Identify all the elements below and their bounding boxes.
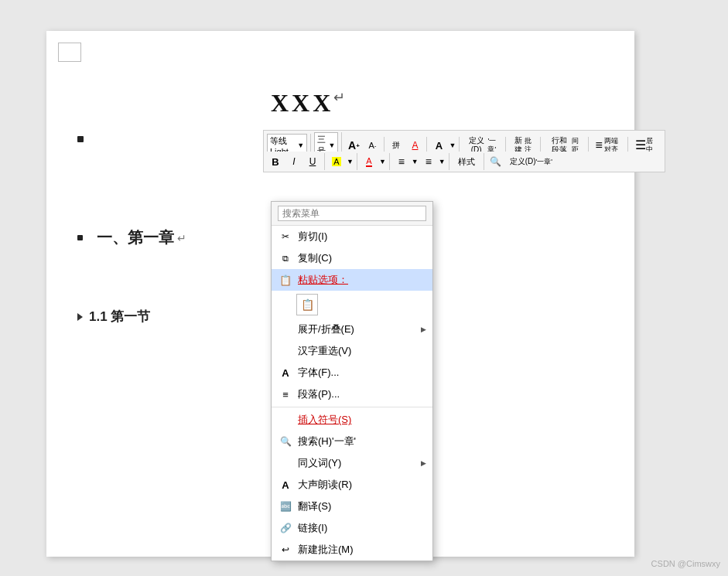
expand-label: 展开/折叠(E) [298,322,425,336]
find-button[interactable]: 🔍 [487,153,504,170]
chevron-down-icon: ▼ [297,141,304,149]
hanzi-icon [279,345,292,357]
chevron-down-icon-6[interactable]: ▼ [412,158,419,165]
numbered-list-button[interactable]: ≡ [420,153,437,170]
font-color-group2: A ▼ [361,153,390,170]
expand-menu-item[interactable]: 展开/折叠(E) [272,319,432,340]
bullet-arrow [77,313,83,321]
separator-1 [272,407,432,407]
search-label: 搜索(H)'一章' [298,435,425,448]
insert-symbol-label: 插入符号(S) [298,413,425,427]
insert-symbol-menu-item[interactable]: 插入符号(S) [272,409,432,431]
bullet-dot [77,136,84,142]
new-comment-menu-item[interactable]: ↩ 新建批注(M) [272,539,432,561]
paste-keep-source-button[interactable]: 📋 [296,294,318,315]
translate-menu-item[interactable]: 🔤 翻译(S) [272,496,432,517]
list-group: ≡ ▼ ≡ ▼ [393,153,449,170]
bold-button[interactable]: B [267,153,284,170]
document-background: XXX↵ 一、第一章 ↵ 1.1 第一节 等线 Light ▼ [0,0,728,576]
highlight-group: A ▼ [328,153,357,170]
copy-icon: ⧉ [279,252,292,264]
read-aloud-menu-item[interactable]: A 大声朗读(R) [272,474,432,496]
define-button-2[interactable]: 定义(D) '一章' [506,153,556,170]
highlight-button[interactable]: A [328,153,345,170]
style-group: 样式 [453,153,484,170]
copy-label: 复制(C) [298,251,425,265]
new-comment-icon: ↩ [279,544,292,556]
synonym-menu-item[interactable]: 同义词(Y) [272,452,432,474]
search-menu-item[interactable]: 🔍 搜索(H)'一章' [272,431,432,452]
context-menu: ✂ 剪切(I) ⧉ 复制(C) 📋 粘贴选项： 📋 展开/折叠(E) 汉字重选( [271,201,433,561]
bullet-dot-2 [77,235,83,240]
synonym-label: 同义词(Y) [298,456,425,470]
find-group: 🔍 定义(D) '一章' [487,153,559,170]
bullet-item-2: 一、第一章 ↵ [77,227,186,248]
font-label: 字体(F)... [298,366,425,380]
paste-icon: 📋 [279,274,292,286]
chevron-down-icon-4[interactable]: ▼ [347,158,354,165]
copy-menu-item[interactable]: ⧉ 复制(C) [272,247,432,269]
underline-button[interactable]: U [304,153,321,170]
toolbar-row2: B I U A ▼ A ▼ ≡ ▼ ≡ ▼ 样式 🔍 定义( [263,152,665,172]
chevron-down-icon-5[interactable]: ▼ [379,158,386,165]
link-label: 链接(I) [298,521,425,535]
chevron-down-icon-7[interactable]: ▼ [439,158,446,165]
return-symbol: ↵ [333,90,348,105]
styles-button[interactable]: 样式 [453,153,480,170]
xxx-heading: XXX↵ [271,89,348,118]
hanzi-menu-item[interactable]: 汉字重选(V) [272,340,432,362]
new-comment-label: 新建批注(M) [298,543,425,557]
chevron-down-icon-2: ▼ [329,141,336,149]
read-aloud-icon: A [279,479,292,491]
cut-icon: ✂ [279,230,292,243]
link-menu-item[interactable]: 🔗 链接(I) [272,517,432,539]
translate-icon: 🔤 [279,500,292,513]
paste-options-menu-item[interactable]: 📋 粘贴选项： [272,269,432,291]
return-mark-1: ↵ [177,232,186,244]
cut-label: 剪切(I) [298,230,425,244]
paste-icon-row: 📋 [272,291,432,319]
text-format-group: B I U [267,153,325,170]
paragraph-label: 段落(P)... [298,387,425,401]
synonym-icon [279,457,292,469]
cut-menu-item[interactable]: ✂ 剪切(I) [272,226,432,247]
font-icon: A [279,366,292,379]
search-menu-input[interactable] [278,206,426,221]
font-menu-item[interactable]: A 字体(F)... [272,362,432,383]
corner-mark [58,43,81,62]
paragraph-menu-item[interactable]: ≡ 段落(P)... [272,383,432,405]
context-menu-search [272,202,432,226]
bullet-list-button[interactable]: ≡ [393,153,410,170]
italic-button[interactable]: I [285,153,302,170]
search-icon: 🔍 [279,435,292,448]
section1-text: 1.1 第一节 [89,308,150,325]
insert-symbol-icon [279,414,292,426]
expand-icon [279,323,292,336]
paragraph-icon: ≡ [279,388,292,400]
chevron-down-icon-3[interactable]: ▼ [449,141,456,149]
translate-label: 翻译(S) [298,499,425,513]
bullet-item-3: 1.1 第一节 [77,308,150,325]
font-color-button-2[interactable]: A [361,153,378,170]
paste-options-label: 粘贴选项： [298,273,425,287]
watermark: CSDN @Cimswxy [651,559,720,568]
chapter1-text: 一、第一章 [97,227,174,248]
link-icon: 🔗 [279,522,292,534]
hanzi-label: 汉字重选(V) [298,344,425,358]
bullet-item-1 [77,136,91,142]
read-aloud-label: 大声朗读(R) [298,478,425,492]
